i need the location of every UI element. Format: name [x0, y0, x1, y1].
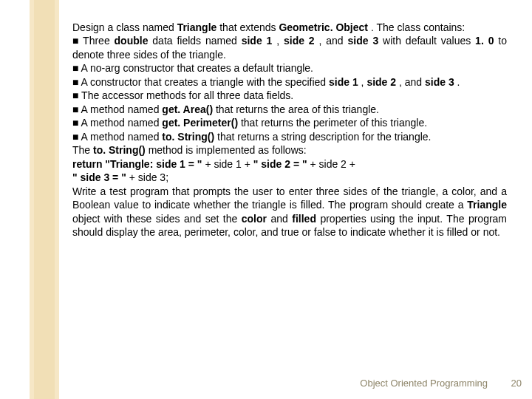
slide-body-text: Design a class named Triangle that exten… — [72, 21, 507, 239]
para-intro: Design a class named Triangle that exten… — [72, 21, 507, 34]
bullet-noarg: ■ A no-arg constructor that creates a de… — [72, 61, 507, 75]
bullet-icon: ■ — [72, 116, 78, 129]
code-line-2: " side 3 = " + side 3; — [72, 171, 507, 184]
bullet-icon: ■ — [72, 103, 78, 116]
bullet-accessors: ■ The accessor methods for all three dat… — [72, 89, 507, 102]
slide: Design a class named Triangle that exten… — [0, 0, 532, 399]
decoration-stripe-inner — [34, 0, 55, 399]
para-test-program: Write a test program that prompts the us… — [72, 185, 507, 239]
bullet-icon: ■ — [72, 75, 78, 89]
bullet-icon: ■ — [72, 130, 78, 143]
bullet-tostring: ■ A method named to. String() that retur… — [72, 130, 507, 143]
page-number: 20 — [511, 378, 522, 389]
para-tostring-impl: The to. String() method is implemented a… — [72, 143, 507, 157]
bullet-getarea: ■ A method named get. Area() that return… — [72, 103, 507, 116]
bullet-getperimeter: ■ A method named get. Perimeter() that r… — [72, 116, 507, 129]
bullet-icon: ■ — [72, 61, 78, 75]
code-line-1: return "Triangle: side 1 = " + side 1 + … — [72, 157, 507, 171]
bullet-icon: ■ — [72, 34, 78, 47]
bullet-icon: ■ — [72, 89, 78, 102]
bullet-constructor: ■ A constructor that creates a triangle … — [72, 75, 507, 89]
bullet-fields: ■ Three double data fields named side 1 … — [72, 34, 507, 61]
footer-label: Object Oriented Programming — [360, 378, 488, 389]
